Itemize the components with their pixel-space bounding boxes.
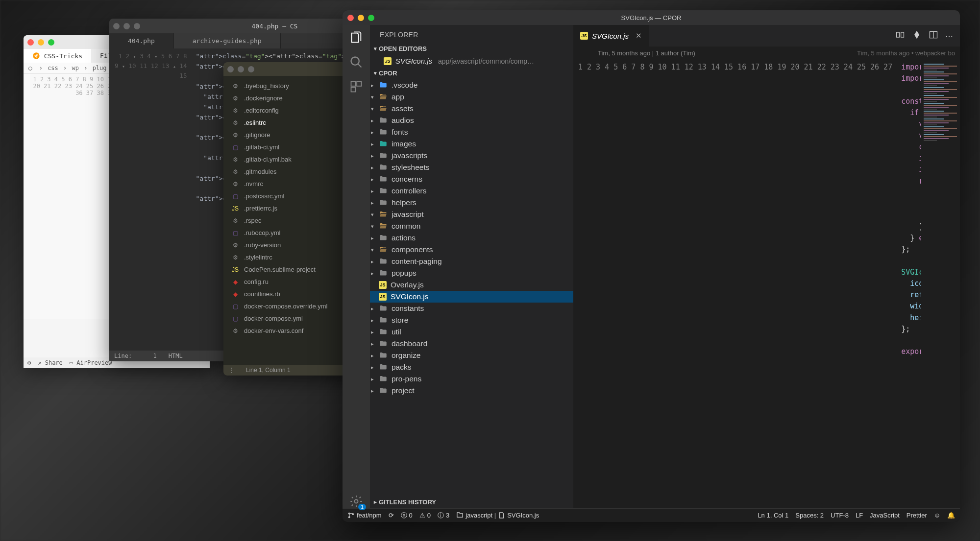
- tree-folder[interactable]: ▸project: [370, 385, 573, 397]
- minimize-icon[interactable]: [38, 39, 44, 46]
- titlebar[interactable]: SVGIcon.js — CPOR: [343, 10, 960, 25]
- tree-folder[interactable]: ▸organize: [370, 350, 573, 361]
- warnings-count[interactable]: ⚠ 0: [419, 512, 431, 519]
- editor-tabs: JS SVGIcon.js ✕ ⋯: [573, 25, 960, 47]
- tree-label: images: [392, 140, 416, 148]
- compare-icon[interactable]: [895, 30, 905, 42]
- menu-icon[interactable]: ⋮: [228, 367, 234, 374]
- maximize-icon[interactable]: [248, 66, 254, 72]
- window-controls[interactable]: [27, 39, 54, 46]
- close-icon[interactable]: [113, 23, 120, 29]
- file-tree: ▸.vscode▾app▾assets▸audios▸fonts▸images▸…: [370, 79, 573, 496]
- tree-folder[interactable]: ▸concerns: [370, 173, 573, 185]
- tree-folder[interactable]: ▾javascript: [370, 209, 573, 220]
- settings-gear-icon[interactable]: [349, 494, 363, 508]
- minimize-icon[interactable]: [358, 15, 364, 21]
- prettier-status[interactable]: Prettier: [906, 512, 927, 519]
- language-indicator[interactable]: HTML: [169, 353, 183, 359]
- chevron-right-icon: ▸: [374, 499, 377, 505]
- maximize-icon[interactable]: [134, 23, 140, 29]
- tree-folder[interactable]: ▸content-paging: [370, 256, 573, 267]
- cursor-position[interactable]: Ln 1, Col 1: [758, 512, 788, 519]
- tree-file[interactable]: JSSVGIcon.js: [370, 291, 573, 303]
- minimize-icon[interactable]: [123, 23, 130, 29]
- tree-folder[interactable]: ▸store: [370, 314, 573, 326]
- maximize-icon[interactable]: [368, 15, 374, 21]
- js-file-icon: JS: [384, 57, 392, 65]
- chevron-icon: ▸: [370, 165, 375, 171]
- gear-icon[interactable]: ⚙: [27, 359, 31, 366]
- tree-label: app: [392, 93, 404, 101]
- window-controls[interactable]: [347, 15, 374, 21]
- tab-404[interactable]: 404.php: [109, 33, 174, 48]
- tree-folder[interactable]: ▾app: [370, 91, 573, 103]
- folder-icon: [379, 116, 388, 125]
- tree-folder[interactable]: ▸constants: [370, 303, 573, 314]
- close-icon[interactable]: [227, 66, 234, 72]
- open-editors-section[interactable]: ▾ OPEN EDITORS: [370, 43, 573, 55]
- git-branch[interactable]: feat/npm: [347, 512, 382, 519]
- chevron-icon: ▾: [370, 106, 375, 112]
- cursor-position[interactable]: Line 1, Column 1: [246, 367, 291, 374]
- tree-folder[interactable]: ▸stylesheets: [370, 162, 573, 173]
- extensions-icon[interactable]: [349, 80, 363, 94]
- tree-folder[interactable]: ▸fonts: [370, 126, 573, 138]
- tree-folder[interactable]: ▸pro-pens: [370, 373, 573, 385]
- bell-icon[interactable]: 🔔: [947, 512, 955, 519]
- tree-folder[interactable]: ▸dashboard: [370, 338, 573, 350]
- tree-folder[interactable]: ▸actions: [370, 232, 573, 244]
- info-count[interactable]: ⓘ 3: [438, 511, 449, 520]
- language-mode[interactable]: JavaScript: [870, 512, 900, 519]
- file-name: .ruby-version: [244, 241, 281, 249]
- tree-folder[interactable]: ▸images: [370, 138, 573, 150]
- project-section[interactable]: ▾ CPOR: [370, 67, 573, 79]
- eol[interactable]: LF: [856, 512, 863, 519]
- tree-folder[interactable]: ▾assets: [370, 103, 573, 115]
- tree-folder[interactable]: ▸packs: [370, 361, 573, 373]
- tree-folder[interactable]: ▸.vscode: [370, 79, 573, 91]
- tree-label: constants: [392, 304, 424, 313]
- tree-file[interactable]: JSOverlay.js: [370, 279, 573, 291]
- chevron-icon: ▾: [370, 94, 375, 100]
- minimap[interactable]: [921, 60, 960, 508]
- folder-icon: [379, 187, 388, 195]
- split-editor-icon[interactable]: [929, 30, 938, 42]
- tree-folder[interactable]: ▸popups: [370, 267, 573, 279]
- chevron-icon: ▸: [370, 118, 375, 124]
- window-controls[interactable]: [113, 23, 140, 29]
- encoding[interactable]: UTF-8: [831, 512, 849, 519]
- diff-icon[interactable]: [912, 30, 922, 42]
- close-icon[interactable]: [27, 39, 34, 46]
- minimize-icon[interactable]: [238, 66, 244, 72]
- open-editor-item[interactable]: JS SVGIcon.js app/javascript/common/comp…: [370, 55, 573, 67]
- language-path[interactable]: javascript | SVGIcon.js: [456, 512, 539, 519]
- tree-folder[interactable]: ▸util: [370, 326, 573, 338]
- maximize-icon[interactable]: [48, 39, 54, 46]
- close-icon[interactable]: [347, 15, 354, 21]
- window-controls[interactable]: [227, 66, 254, 72]
- errors-count[interactable]: ⓧ 0: [401, 511, 413, 520]
- tree-folder[interactable]: ▸audios: [370, 115, 573, 126]
- sync-icon[interactable]: ⟳: [389, 512, 394, 519]
- tree-folder[interactable]: ▸controllers: [370, 185, 573, 197]
- tree-folder[interactable]: ▾components: [370, 244, 573, 256]
- code-lines[interactable]: import React from 'react'; import PropTy…: [901, 60, 921, 508]
- close-tab-icon[interactable]: ✕: [636, 31, 642, 40]
- tree-label: packs: [392, 363, 412, 372]
- tree-folder[interactable]: ▸helpers: [370, 197, 573, 209]
- feedback-icon[interactable]: ☺: [934, 512, 940, 519]
- tab-css-tricks[interactable]: CSS-Tricks: [24, 49, 91, 63]
- more-icon[interactable]: ⋯: [945, 31, 953, 41]
- code-editor[interactable]: 1 2 3 4 5 6 7 8 9 10 11 12 13 14 15 16 1…: [573, 60, 960, 508]
- gitlens-section[interactable]: ▸ GITLENS HISTORY: [370, 496, 573, 508]
- tree-folder[interactable]: ▾common: [370, 220, 573, 232]
- tree-folder[interactable]: ▸javascripts: [370, 150, 573, 162]
- tab-archive[interactable]: archive-guides.php: [174, 33, 281, 48]
- indentation[interactable]: Spaces: 2: [795, 512, 824, 519]
- folder-icon: [379, 140, 388, 148]
- explorer-icon[interactable]: [349, 31, 363, 45]
- search-icon[interactable]: [349, 55, 363, 69]
- file-type-icon: ⚙: [231, 107, 239, 114]
- chevron-icon: ▸: [370, 341, 375, 347]
- editor-tab-active[interactable]: JS SVGIcon.js ✕: [573, 25, 649, 47]
